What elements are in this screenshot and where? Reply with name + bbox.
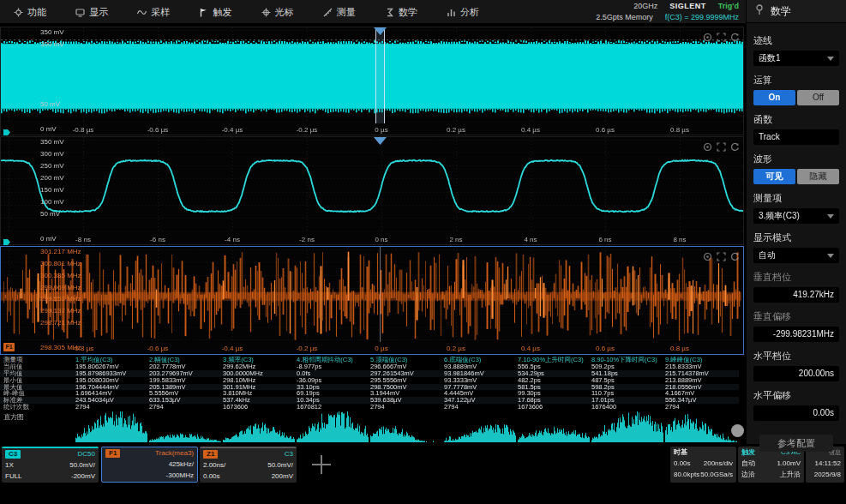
waveform-hidden-button[interactable]: 隐藏 (797, 169, 839, 184)
measure-item-label: 测量项 (753, 192, 839, 205)
expand-icon[interactable] (717, 140, 726, 149)
operation-off-button[interactable]: Off (797, 90, 839, 105)
pin-icon[interactable] (755, 3, 764, 19)
plot1-corner-icons (703, 30, 740, 39)
chevron-down-icon (827, 214, 834, 219)
voffset-label: 垂直偏移 (753, 310, 839, 323)
display-mode-select[interactable]: 自动 (753, 248, 839, 263)
table-cell: 5.5556mV (149, 390, 223, 397)
menu-item-7[interactable]: 数学 (380, 4, 423, 21)
table-cell: 298.10MHz (223, 377, 297, 384)
y-axis-label: 150 mV (40, 187, 64, 194)
table-cell: 243.54034µV (75, 397, 149, 404)
table-cell: 1676400 (591, 404, 665, 411)
waveform-label: 波形 (753, 153, 839, 165)
y-axis-label: 300 mV (40, 151, 64, 158)
x-axis-label: -0.6 µs (139, 345, 177, 352)
x-axis-label: -0.6 µs (139, 126, 177, 134)
table-cell: 17.01ps (591, 397, 665, 404)
table-column-header: 2.幅值(C3) (149, 357, 223, 363)
snapshot-icon[interactable] (703, 140, 712, 149)
table-cell: -8.977ps (297, 363, 370, 370)
restore-icon[interactable] (730, 140, 740, 149)
cursor-icon (261, 8, 271, 17)
f1-offset: -300MHz (166, 471, 194, 480)
channel-box-c3[interactable]: C3DC50 1X50.0mV/ FULL-200mV (2, 447, 99, 483)
menu-item-1[interactable]: 功能 (9, 4, 51, 21)
hscale-field[interactable]: 200.00ns (753, 366, 839, 381)
clock-date: 2025/9/8 (814, 470, 841, 479)
measure-icon (323, 8, 333, 17)
menu-item-2[interactable]: 显示 (70, 4, 113, 21)
table-column-header: 9.峰峰值(C3) (665, 357, 739, 363)
display-icon (75, 8, 85, 17)
x-axis-label: -0.4 µs (213, 126, 251, 134)
function-field[interactable]: Track (753, 129, 839, 145)
y-axis-label: 350 mV (40, 139, 64, 146)
histogram-thumbnail (518, 411, 590, 442)
analysis-icon (447, 8, 456, 17)
reference-config-button[interactable]: 参考配置 (759, 435, 833, 452)
menu-item-label: 数学 (399, 6, 417, 19)
z1-vscale: 50.0mV/ (267, 460, 293, 470)
sidebar-header[interactable]: 数学 (747, 0, 846, 23)
restore-icon[interactable] (730, 249, 740, 259)
channel-box-f1[interactable]: F1Track(mea3) 425kHz/ -300MHz (101, 447, 198, 483)
scroll-handle[interactable] (731, 424, 744, 437)
plot-math-f1[interactable]: F1 301.217 MHz300.801 MHz300.385 MHz299.… (0, 246, 744, 355)
c3-ground-marker[interactable] (3, 124, 11, 140)
x-axis-label: 4 ns (512, 236, 549, 243)
operation-toggle: On Off (753, 90, 839, 105)
display-mode-label: 显示模式 (753, 231, 839, 244)
timebase-box[interactable]: 时基 0.00s200ns/div 80.0kpts50.0GSa/s (670, 447, 736, 483)
expand-icon[interactable] (717, 249, 726, 259)
c3-coupling: DC50 (78, 449, 95, 459)
table-row-label: 统计次数 (0, 404, 75, 411)
measure-item-select[interactable]: 3.频率(C3) (753, 208, 839, 224)
plot-zoom-z1[interactable]: 350 mV300 mV250 mV200 mV150 mV100 mV50 m… (0, 136, 744, 245)
z1-voffset: 200mV (272, 471, 293, 481)
y-axis-label: 298.721 MHz (40, 320, 81, 327)
histogram-thumbnail (297, 411, 369, 442)
menu-item-3[interactable]: 采样 (132, 4, 175, 21)
z1-ground-marker[interactable] (3, 234, 11, 249)
table-column-header: 5.顶端值(C3) (370, 357, 444, 363)
x-axis-label: -0.2 µs (288, 345, 326, 352)
f1-badge: F1 (105, 449, 120, 458)
expand-icon[interactable] (717, 30, 726, 39)
table-cell: 202.7778mV (149, 363, 223, 370)
waveform-canvas-f1[interactable] (1, 247, 741, 342)
waveform-visible-button[interactable]: 可见 (753, 169, 795, 184)
snapshot-icon[interactable] (703, 30, 712, 39)
chevron-down-icon (827, 57, 834, 61)
menu-item-5[interactable]: 光标 (256, 4, 299, 21)
restore-icon[interactable] (730, 30, 740, 39)
add-trace-icon[interactable] (307, 453, 338, 476)
histogram-thumbnail (665, 411, 737, 442)
f1-trace-badge[interactable]: F1 (3, 343, 15, 351)
menu-item-6[interactable]: 测量 (318, 4, 361, 21)
hscale-label: 水平档位 (753, 350, 839, 363)
trace-select[interactable]: 函数1 (753, 51, 839, 66)
clock-time: 14:11:52 (814, 459, 841, 468)
table-cell: 556.347µV (665, 397, 739, 404)
plot-main-c3[interactable]: 350 mV300 mV50 mV0 mV-0.8 µs-0.6 µs-0.4 … (0, 27, 744, 135)
x-axis-label: -4 ns (213, 236, 251, 243)
menu-item-4[interactable]: 触发 (194, 4, 237, 21)
operation-on-button[interactable]: On (753, 90, 795, 105)
y-axis-label: 100 mV (40, 199, 64, 206)
snapshot-icon[interactable] (703, 249, 712, 259)
hoffset-field[interactable]: 0.00s (753, 405, 839, 421)
x-axis-label: -6 ns (139, 236, 177, 243)
table-cell: 3.1944mV (370, 390, 444, 397)
channel-box-z1[interactable]: Z1C3 2.00ns/50.0mV/ 0.00s200mV (200, 447, 297, 483)
table-cell: 203.279697mV (149, 370, 223, 377)
table-cell: 215.714378mV (665, 370, 739, 377)
table-cell: 17.68ps (518, 397, 591, 404)
waveform-canvas-zoom[interactable] (1, 137, 743, 233)
menubar: 功能显示采样触发光标测量数学分析 20GHz SIGLENT Trig'd 2.… (0, 0, 746, 24)
trigger-mode: 自动 (741, 459, 755, 468)
table-cell: 196.704444mV (75, 384, 149, 391)
waveform-canvas-c3[interactable] (1, 27, 743, 123)
menu-item-8[interactable]: 分析 (441, 4, 484, 21)
